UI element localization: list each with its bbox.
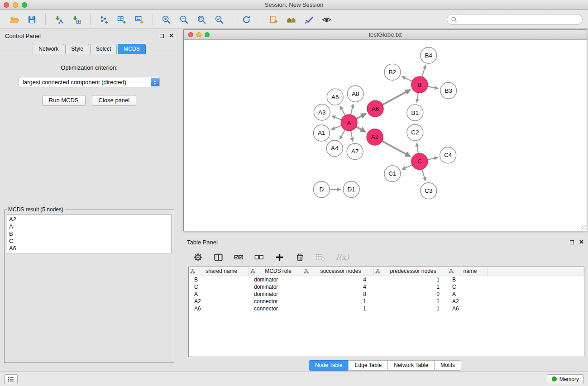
network-edge-A6-B[interactable]: [382, 90, 411, 105]
export-network-button[interactable]: [98, 14, 110, 25]
network-edge-A-A1[interactable]: [331, 125, 342, 129]
network-node-C2[interactable]: C2: [407, 124, 423, 141]
network-edge-A-A5[interactable]: [340, 106, 345, 115]
tab-node-table[interactable]: Node Table: [309, 360, 349, 371]
network-edge-C-C2[interactable]: [416, 143, 418, 153]
show-panels-button[interactable]: [4, 374, 18, 384]
network-node-D[interactable]: D: [313, 181, 330, 198]
table-row[interactable]: Adominator80A: [189, 291, 584, 298]
search-box[interactable]: [447, 14, 583, 25]
network-edge-C-C4[interactable]: [427, 157, 438, 160]
network-node-B1[interactable]: B1: [407, 105, 423, 121]
delete-column-button[interactable]: [295, 253, 305, 262]
save-session-button[interactable]: [26, 14, 38, 25]
close-panel-button[interactable]: Close panel: [92, 95, 137, 106]
network-minimize-button[interactable]: [196, 32, 201, 37]
tab-edge-table[interactable]: Edge Table: [348, 360, 388, 371]
mcds-result-item[interactable]: A: [9, 223, 169, 230]
network-node-A4[interactable]: A4: [326, 140, 343, 157]
network-edge-A-A8[interactable]: [351, 104, 353, 115]
close-window-button[interactable]: [4, 2, 9, 8]
close-panel-icon[interactable]: ×: [169, 33, 173, 39]
minimize-window-button[interactable]: [13, 2, 18, 8]
network-node-C1[interactable]: C1: [384, 166, 401, 182]
export-table-button[interactable]: [116, 14, 127, 25]
zoom-window-button[interactable]: [22, 2, 27, 8]
network-canvas[interactable]: B4B2BB3A8A5A6A3B1AC2A1A2A4A7C4CC1DD1C3: [184, 40, 587, 231]
add-column-button[interactable]: [275, 253, 284, 262]
column-header-successor-nodes[interactable]: successor nodes: [302, 267, 373, 276]
network-node-A8[interactable]: A8: [347, 86, 363, 102]
float-panel-icon[interactable]: [160, 34, 164, 38]
network-node-B3[interactable]: B3: [440, 82, 457, 99]
run-mcds-button[interactable]: Run MCDS: [42, 95, 86, 106]
network-edge-A-A7[interactable]: [351, 131, 353, 142]
zoom-selected-button[interactable]: [214, 14, 225, 25]
function-builder-button[interactable]: f(x): [336, 253, 349, 262]
network-edge-A-A4[interactable]: [340, 130, 345, 139]
session-report-button[interactable]: [268, 14, 279, 25]
network-node-B4[interactable]: B4: [421, 47, 437, 63]
network-edge-A-A6[interactable]: [356, 114, 366, 119]
network-node-D1[interactable]: D1: [343, 181, 359, 198]
control-panel-tab-mcds[interactable]: MCDS: [118, 44, 145, 54]
network-node-A1[interactable]: A1: [313, 125, 330, 141]
network-node-A[interactable]: A: [341, 114, 357, 131]
network-edge-B-B4[interactable]: [422, 65, 425, 77]
network-zoom-button[interactable]: [205, 32, 210, 37]
network-node-A3[interactable]: A3: [314, 104, 330, 120]
table-close-panel-icon[interactable]: ×: [579, 239, 583, 245]
open-file-button[interactable]: [9, 14, 20, 25]
mcds-result-item[interactable]: B: [9, 230, 169, 238]
network-edge-A-A2[interactable]: [356, 127, 366, 132]
select-all-rows-button[interactable]: [234, 253, 244, 262]
mcds-result-item[interactable]: A2: [9, 216, 169, 223]
network-node-A7[interactable]: A7: [347, 143, 363, 160]
column-header-predecessor-nodes[interactable]: predecessor nodes: [373, 267, 447, 276]
show-hide-button[interactable]: [321, 14, 332, 25]
table-row[interactable]: Cdominator41C: [189, 283, 584, 291]
network-graph[interactable]: B4B2BB3A8A5A6A3B1AC2A1A2A4A7C4CC1DD1C3: [184, 40, 587, 231]
apply-layout-button[interactable]: [241, 14, 252, 25]
zoom-out-button[interactable]: [178, 14, 190, 25]
mcds-result-item[interactable]: A6: [9, 245, 169, 252]
tab-network-table[interactable]: Network Table: [387, 360, 435, 371]
network-close-button[interactable]: [188, 32, 193, 37]
column-header-MCDS-role[interactable]: MCDS role: [249, 267, 302, 276]
control-panel-tab-network[interactable]: Network: [33, 44, 64, 54]
network-node-C3[interactable]: C3: [421, 183, 437, 199]
network-edge-C-C1[interactable]: [402, 165, 412, 169]
table-row[interactable]: Bdominator41B: [189, 276, 584, 283]
network-edge-A2-C[interactable]: [382, 141, 411, 157]
network-node-A6[interactable]: A6: [367, 100, 383, 117]
memory-button[interactable]: Memory: [547, 374, 584, 384]
network-node-C[interactable]: C: [411, 153, 428, 170]
import-network-from-file-button[interactable]: [53, 14, 65, 25]
mcds-result-item[interactable]: C: [9, 238, 169, 245]
show-columns-button[interactable]: [214, 253, 223, 262]
optimization-criterion-select[interactable]: largest connected component (directed) ▲…: [19, 77, 160, 87]
search-input[interactable]: [460, 16, 578, 23]
home-button[interactable]: [286, 14, 297, 25]
mcds-result-list[interactable]: A2ABCA6: [7, 214, 172, 253]
network-node-A2[interactable]: A2: [367, 129, 383, 145]
deselect-all-rows-button[interactable]: [254, 253, 264, 262]
zoom-in-button[interactable]: [161, 14, 172, 25]
network-window-titlebar[interactable]: testGlobe.txt: [184, 30, 587, 40]
network-edge-B-B2[interactable]: [402, 76, 412, 81]
column-header-name[interactable]: name: [447, 267, 488, 276]
table-row[interactable]: A6connector11A6: [189, 305, 584, 312]
column-header-shared-name[interactable]: shared name: [189, 267, 249, 276]
network-node-C4[interactable]: C4: [440, 147, 456, 163]
network-edge-B-B1[interactable]: [417, 93, 418, 102]
network-node-B[interactable]: B: [411, 76, 428, 93]
network-node-A5[interactable]: A5: [327, 89, 343, 105]
network-node-B2[interactable]: B2: [384, 64, 401, 80]
table-row[interactable]: A2connector11A2: [189, 298, 584, 305]
table-float-panel-icon[interactable]: [570, 240, 574, 244]
control-panel-tab-style[interactable]: Style: [65, 44, 89, 54]
tab-motifs[interactable]: Motifs: [434, 360, 461, 371]
table-settings-button[interactable]: [193, 253, 203, 262]
style-validate-button[interactable]: [303, 14, 315, 25]
network-edge-B-B3[interactable]: [427, 86, 438, 89]
